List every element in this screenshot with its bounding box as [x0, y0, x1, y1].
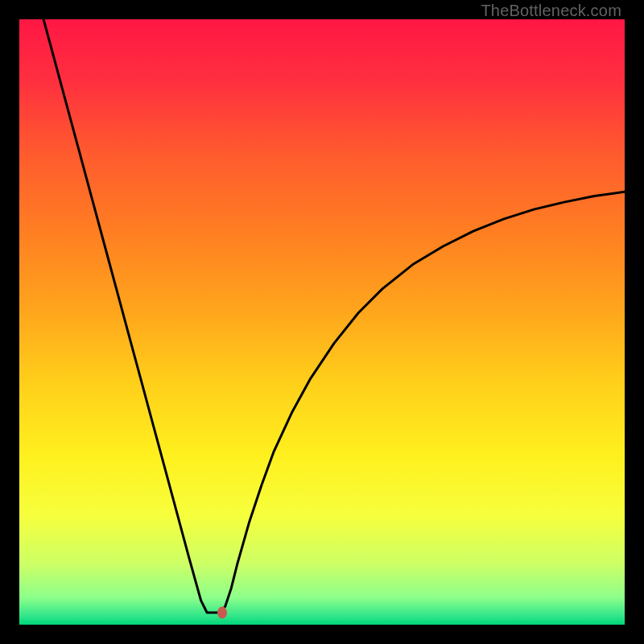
- optimal-point-marker: [217, 606, 227, 618]
- gradient-background: [19, 19, 625, 625]
- watermark-text: TheBottleneck.com: [481, 2, 621, 20]
- bottleneck-chart: [19, 19, 625, 625]
- chart-frame: [19, 19, 625, 625]
